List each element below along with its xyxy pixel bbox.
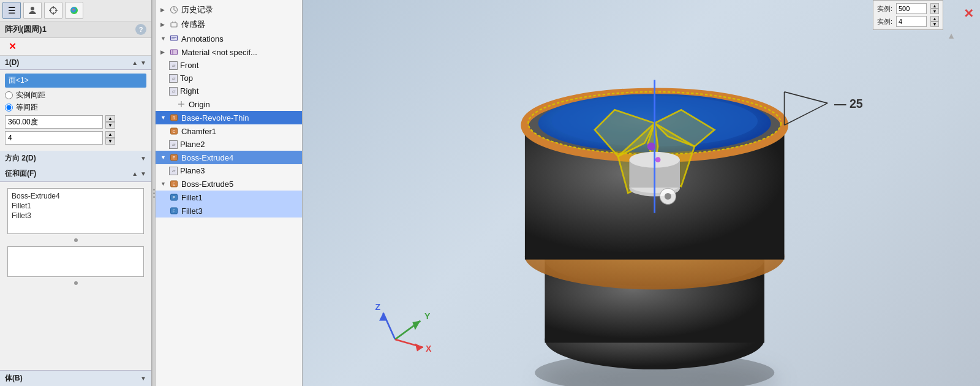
svg-point-65: [665, 193, 671, 200]
angle-input[interactable]: [5, 115, 103, 129]
tree-item-history[interactable]: ▶ 历史记录: [156, 2, 302, 17]
svg-point-6: [70, 7, 78, 14]
expand-material: ▶: [160, 49, 167, 55]
svg-marker-67: [379, 313, 387, 321]
svg-line-46: [785, 92, 828, 103]
list-button[interactable]: ☰: [2, 2, 21, 19]
svg-point-7: [74, 238, 78, 242]
person-button[interactable]: [23, 2, 42, 19]
face-item-2[interactable]: Fillet1: [10, 201, 141, 211]
angle-up[interactable]: ▲: [105, 115, 115, 122]
tree-item-plane2[interactable]: ▶ ▱ Plane2: [156, 138, 302, 151]
tree-item-boss-extrude5[interactable]: ▼ E Boss-Extrude5: [156, 177, 302, 191]
instance-up-1[interactable]: ▲: [930, 3, 939, 9]
expand-boss-extrude5: ▼: [160, 181, 167, 187]
scroll-up-1d[interactable]: ▲: [132, 59, 138, 66]
crosshair-button[interactable]: [44, 2, 62, 19]
count-input[interactable]: [5, 131, 103, 145]
tree-item-fillet1[interactable]: ▶ F Fillet1: [156, 191, 302, 204]
instance-input-2[interactable]: [896, 16, 927, 27]
count-input-row: ▲ ▼: [5, 131, 146, 145]
face-item-3[interactable]: Fillet3: [10, 211, 141, 221]
tree-item-right[interactable]: ▶ ▱ Right: [156, 85, 302, 97]
tree-item-material[interactable]: ▶ Material <not specif...: [156, 45, 302, 59]
svg-text:F: F: [173, 195, 175, 200]
svg-rect-18: [171, 50, 178, 55]
color-button[interactable]: [65, 2, 83, 19]
selected-face[interactable]: 面<1>: [5, 74, 146, 88]
svg-text:E: E: [173, 182, 176, 186]
chamfer1-icon: C: [169, 126, 179, 136]
tree-item-fillet3[interactable]: ▶ F Fillet3: [156, 204, 302, 218]
faces-section-title: 征和面(F): [5, 168, 36, 179]
instance-input-1[interactable]: [896, 3, 927, 14]
angle-spinner: ▲ ▼: [105, 115, 115, 129]
body-section-title: 体(B): [5, 373, 23, 384]
svg-text:F: F: [173, 209, 175, 213]
front-plane-icon: ▱: [169, 61, 178, 70]
panel-header: 阵列(圆周)1 ?: [0, 21, 151, 38]
count-spinner: ▲ ▼: [105, 131, 115, 145]
tree-item-chamfer1[interactable]: ▶ C Chamfer1: [156, 124, 302, 138]
instance-down-1[interactable]: ▼: [930, 9, 939, 14]
scroll-dot-2: [5, 279, 146, 287]
instance-up-2[interactable]: ▲: [930, 16, 939, 21]
tree-item-origin[interactable]: ▶ Origin: [156, 97, 302, 111]
count-up[interactable]: ▲: [105, 131, 115, 138]
tree-item-top[interactable]: ▶ ▱ Top: [156, 72, 302, 85]
svg-text:E: E: [173, 156, 176, 160]
section-1d-header[interactable]: 1(D) ▲ ▼: [0, 56, 151, 70]
3d-model-svg: — 25: [303, 0, 980, 386]
tree-item-sensor[interactable]: ▶ 传感器: [156, 17, 302, 32]
svg-rect-15: [171, 36, 178, 40]
radio-equal-spacing[interactable]: 等间距: [5, 102, 146, 113]
tree-label-history: 历史记录: [181, 4, 213, 15]
face-item-1[interactable]: Boss-Extrude4: [10, 191, 141, 201]
svg-line-44: [785, 103, 828, 125]
angle-down[interactable]: ▼: [105, 122, 115, 129]
help-button[interactable]: ?: [135, 24, 146, 35]
corner-x-button[interactable]: ✕: [963, 6, 974, 21]
radio-group: 实例间距 等间距: [5, 90, 146, 113]
scroll-down-faces[interactable]: ▼: [140, 170, 146, 177]
radio-instance-spacing[interactable]: 实例间距: [5, 90, 146, 100]
instance-label-1: 实例:: [877, 4, 892, 13]
tree-label-front: Front: [180, 61, 198, 70]
svg-text:Y: Y: [424, 311, 431, 321]
count-down[interactable]: ▼: [105, 138, 115, 145]
instance-label-2: 实例:: [877, 17, 892, 26]
tree-label-sensor: 传感器: [181, 19, 205, 30]
instance-row-1: 实例: ▲ ▼: [877, 3, 939, 14]
instance-down-2[interactable]: ▼: [930, 21, 939, 27]
section-1d-title: 1(D): [5, 58, 19, 67]
tree-label-boss-extrude5: Boss-Extrude5: [181, 180, 233, 189]
tree-item-base-revolve[interactable]: ▼ R Base-Revolve-Thin: [156, 111, 302, 124]
expand-annotations: ▼: [160, 36, 167, 42]
radio-label-2: 等间距: [16, 102, 38, 113]
tree-item-front[interactable]: ▶ ▱ Front: [156, 59, 302, 72]
faces-list: Boss-Extrude4 Fillet1 Fillet3: [7, 188, 144, 234]
tree-item-annotations[interactable]: ▼ Annotations: [156, 32, 302, 45]
svg-rect-12: [171, 23, 177, 27]
instance-row-2: 实例: ▲ ▼: [877, 16, 939, 27]
svg-point-0: [31, 7, 34, 10]
body-section[interactable]: 体(B) ▼: [0, 370, 151, 386]
instance-spinner-1: ▲ ▼: [930, 3, 939, 14]
direction-2d-title: 方向 2(D): [5, 153, 36, 164]
tree-label-top: Top: [180, 74, 193, 83]
tree-item-plane3[interactable]: ▶ ▱ Plane3: [156, 164, 302, 177]
material-icon: [169, 47, 179, 57]
close-button[interactable]: ✕: [5, 40, 20, 53]
scroll-down-1d[interactable]: ▼: [140, 59, 146, 66]
scroll-dot-1: [5, 237, 146, 244]
expand-base-revolve: ▼: [160, 115, 167, 121]
scroll-up-faces[interactable]: ▲: [132, 170, 138, 177]
viewport-scroll-up[interactable]: ▲: [947, 31, 956, 40]
svg-point-62: [647, 142, 655, 150]
tree-item-boss-extrude4[interactable]: ▼ E Boss-Extrude4: [156, 151, 302, 164]
direction-2d-section[interactable]: 方向 2(D) ▼: [0, 151, 151, 166]
right-plane-icon: ▱: [169, 87, 178, 96]
direction-2d-arrow: ▼: [140, 155, 146, 162]
tree-panel: ▶ 历史记录 ▶ 传感器 ▼ Annotations ▶ Material <n…: [156, 0, 303, 386]
faces-section-header[interactable]: 征和面(F) ▲ ▼: [0, 166, 151, 182]
